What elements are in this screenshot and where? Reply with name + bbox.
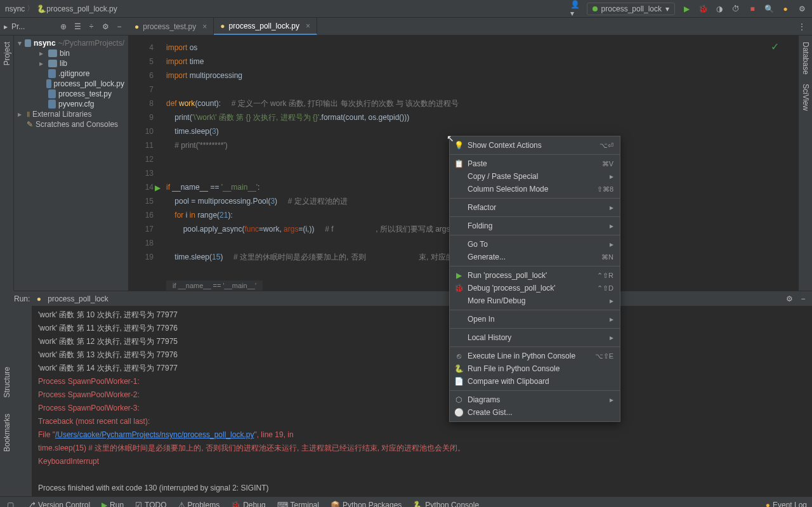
left-bar-lower: Structure Bookmarks: [0, 291, 14, 481]
tree-item[interactable]: pyvenv.cfg: [14, 99, 128, 109]
menu-item[interactable]: ⎋Execute Line in Python Console⌥⇧E: [450, 350, 620, 362]
menu-item[interactable]: Open In▸: [450, 313, 620, 326]
python-icon: ●: [34, 294, 44, 304]
menu-item[interactable]: 🐍Run File in Python Console: [450, 362, 620, 375]
run-config-name: process_poll_lock: [601, 4, 662, 13]
shortcut: ⌥⇧E: [595, 352, 613, 360]
mouse-cursor: ↖: [447, 133, 454, 143]
menu-item[interactable]: 💡Show Context Actions⌥⏎: [450, 139, 620, 152]
editor-tab[interactable]: ●process_poll_lock.py×: [214, 18, 317, 35]
menu-item[interactable]: Refactor▸: [450, 201, 620, 214]
tree-item[interactable]: process_poll_lock.py: [14, 79, 128, 89]
terminal-tab[interactable]: ⌨Terminal: [277, 501, 319, 508]
pypackages-tab[interactable]: 📦Python Packages: [331, 501, 402, 508]
run-settings-icon[interactable]: ⚙: [784, 294, 794, 304]
tree-item[interactable]: process_test.py: [14, 89, 128, 99]
run-icon[interactable]: ▶: [681, 4, 691, 14]
crumb-root[interactable]: nsync: [5, 4, 25, 13]
python-file-icon: ●: [134, 22, 139, 31]
shortcut: ⇧⌘8: [597, 185, 613, 194]
sciview-tab[interactable]: SciView: [801, 84, 810, 110]
menu-item[interactable]: Column Selection Mode⇧⌘8: [450, 183, 620, 195]
editor-tab[interactable]: ●process_test.py×: [128, 18, 214, 35]
shortcut: ⌃⇧D: [597, 284, 613, 293]
editor-breadcrumb[interactable]: if __name__ == '__main__': [166, 280, 263, 291]
editor-context-menu[interactable]: 💡Show Context Actions⌥⏎📋Paste⌘VCopy / Pa…: [449, 136, 620, 422]
stacktrace-link[interactable]: /Users/caoke/PycharmProjects/nsync/proce…: [55, 430, 254, 439]
menu-item[interactable]: 📋Paste⌘V: [450, 157, 620, 170]
todo-tab[interactable]: ☑TODO: [135, 501, 166, 508]
menu-separator: [450, 328, 620, 329]
line-gutter[interactable]: 45678910111213141516171819: [128, 36, 166, 264]
scratches[interactable]: ✎ Scratches and Consoles: [14, 119, 128, 129]
tree-item[interactable]: ▸bin: [14, 48, 128, 58]
menu-label: Paste: [468, 159, 487, 168]
menu-separator: [450, 346, 620, 347]
menu-item[interactable]: Copy / Paste Special▸: [450, 170, 620, 183]
toolwindow-toggle-icon[interactable]: ▢: [5, 500, 15, 508]
run-tab-name[interactable]: process_poll_lock: [48, 294, 108, 303]
run-label: Run:: [14, 294, 30, 303]
menu-separator: [450, 310, 620, 310]
chevron-right-icon: ▸: [610, 240, 613, 249]
menu-item[interactable]: ▶Run 'process_poll_lock'⌃⇧R: [450, 269, 620, 282]
run-tab[interactable]: ▶Run: [102, 501, 124, 508]
menu-item[interactable]: Go To▸: [450, 238, 620, 251]
close-icon[interactable]: ×: [306, 22, 310, 30]
tool-settings-icon[interactable]: ⚙: [100, 22, 110, 32]
menu-item[interactable]: 📄Compare with Clipboard: [450, 375, 620, 388]
search-icon[interactable]: 🔍: [764, 4, 774, 14]
structure-tab[interactable]: Structure: [3, 367, 11, 398]
vcs-tab[interactable]: ⎇Version Control: [27, 501, 90, 508]
project-label[interactable]: Pr...: [11, 22, 25, 31]
menu-item[interactable]: Folding▸: [450, 220, 620, 232]
menu-separator: [450, 216, 620, 217]
crumb-file[interactable]: process_poll_lock.py: [46, 4, 117, 13]
debug-tab[interactable]: 🐞Debug: [231, 501, 265, 508]
menu-item-icon: ⎋: [454, 352, 464, 360]
stop-icon[interactable]: ■: [747, 4, 757, 14]
menu-item[interactable]: Generate...⌘N: [450, 251, 620, 263]
tree-item[interactable]: .gitignore: [14, 69, 128, 79]
inspection-ok-icon[interactable]: ✓: [771, 41, 779, 53]
locate-icon[interactable]: ⊕: [58, 22, 69, 32]
menu-label: Compare with Clipboard: [468, 377, 549, 386]
external-libs[interactable]: ▸⫴ External Libraries: [14, 109, 128, 119]
eventlog-tab[interactable]: ●Event Log: [766, 501, 807, 508]
debug-icon[interactable]: 🐞: [698, 4, 708, 14]
run-hide-icon[interactable]: −: [798, 294, 808, 304]
profile-icon[interactable]: ⏱: [731, 4, 741, 14]
tabs-menu-icon[interactable]: ⋮: [797, 22, 807, 32]
tree-root[interactable]: ▾nsync ~/PycharmProjects/: [14, 38, 128, 48]
project-collapse-icon[interactable]: ▸: [4, 22, 8, 31]
menu-item[interactable]: ⚪Create Gist...: [450, 406, 620, 419]
menu-label: Create Gist...: [468, 408, 513, 417]
menu-item[interactable]: More Run/Debug▸: [450, 294, 620, 307]
menu-item[interactable]: 🐞Debug 'process_poll_lock'⌃⇧D: [450, 282, 620, 294]
pyconsole-tab[interactable]: 🐍Python Console: [413, 501, 479, 508]
database-tab[interactable]: Database: [801, 42, 810, 74]
menu-item[interactable]: ⬡Diagrams▸: [450, 393, 620, 406]
gutter-run-icon[interactable]: ▶: [155, 183, 161, 190]
run-config-selector[interactable]: process_poll_lock ▾: [587, 3, 675, 15]
console-output[interactable]: 'work' 函数 第 10 次执行, 进程号为 77977'work' 函数 …: [32, 306, 812, 496]
settings-icon[interactable]: ⚙: [797, 4, 807, 14]
chevron-right-icon: ▸: [610, 315, 613, 324]
bookmarks-tab[interactable]: Bookmarks: [3, 414, 11, 452]
chevron-right-icon: ▸: [610, 333, 613, 342]
user-dropdown-icon[interactable]: 👤▾: [570, 4, 580, 14]
run-config-icon: [593, 6, 598, 11]
titlebar: nsync 〉 🐍 process_poll_lock.py 👤▾ proces…: [0, 0, 812, 18]
hide-icon[interactable]: −: [114, 22, 124, 32]
problems-tab[interactable]: ⚠Problems: [178, 501, 220, 508]
expand-all-icon[interactable]: ☰: [72, 22, 82, 32]
right-toolwindow-bar: Database SciView: [798, 36, 812, 291]
project-tab[interactable]: Project: [3, 42, 11, 65]
project-tree[interactable]: ▾nsync ~/PycharmProjects/▸bin▸lib.gitign…: [14, 36, 128, 291]
close-icon[interactable]: ×: [202, 22, 207, 31]
menu-item[interactable]: Local History▸: [450, 331, 620, 344]
tree-item[interactable]: ▸lib: [14, 58, 128, 69]
collapse-all-icon[interactable]: ÷: [86, 22, 96, 32]
avatar-icon[interactable]: ●: [780, 4, 790, 14]
coverage-icon[interactable]: ◑: [714, 4, 724, 14]
